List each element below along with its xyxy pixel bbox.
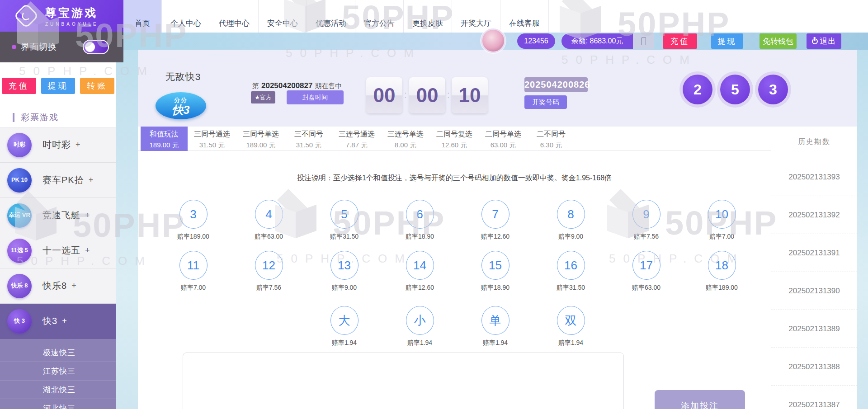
ball-circle: 13 <box>330 251 359 280</box>
bet-option-4[interactable]: 4 赔率63.00 <box>231 200 307 241</box>
submenu-item-jisu-kuai3[interactable]: 极速快三 <box>0 343 116 362</box>
bet-option-14[interactable]: 14 赔率12.60 <box>382 251 458 292</box>
nav-home[interactable]: 首页 <box>123 0 162 33</box>
bet-option-big[interactable]: 大 赔率1.94 <box>307 306 382 347</box>
nav-customer-service[interactable]: 在线客服 <box>500 0 549 33</box>
odds-label: 赔率63.00 <box>255 233 283 241</box>
balance-refresh-button[interactable] <box>633 33 654 49</box>
issue-prefix: 第 <box>252 82 259 89</box>
bet-option-17[interactable]: 17 赔率63.00 <box>609 251 684 292</box>
ball-circle: 双 <box>557 306 585 335</box>
tab-ertonghao-fuxuan[interactable]: 二同号复选 12.60 元 <box>430 127 479 151</box>
tab-name: 二同号单选 <box>485 130 521 139</box>
transfer-button[interactable]: 转账 <box>80 78 114 94</box>
bet-option-16[interactable]: 16 赔率31.50 <box>533 251 609 292</box>
submenu-item-hebei-kuai3[interactable]: 河北快三 <box>0 399 116 409</box>
tab-sanbutonghao[interactable]: 三不同号 31.50 元 <box>285 127 332 151</box>
odds-prefix: 赔率 <box>406 284 418 291</box>
brand-logo-icon <box>14 3 39 29</box>
bet-option-8[interactable]: 8 赔率9.00 <box>533 200 609 241</box>
odds-prefix: 赔率 <box>177 233 190 240</box>
odds-label: 赔率189.00 <box>706 284 738 292</box>
ball-number: 3 <box>190 207 196 221</box>
free-wallet-button[interactable]: 免转钱包 <box>760 33 797 49</box>
bet-option-18[interactable]: 18 赔率189.00 <box>684 251 760 292</box>
tab-santonghao-danxuan[interactable]: 三同号单选 189.00 元 <box>236 127 285 151</box>
plus-icon: + <box>85 211 90 220</box>
sidebar-item-feiting[interactable]: 幸运 VR 竞速飞艇 + <box>0 198 116 233</box>
nav-draw-hall[interactable]: 开奖大厅 <box>452 0 500 33</box>
ball-number: 16 <box>564 259 577 273</box>
plus-icon: + <box>89 175 94 185</box>
draw-number: 2 <box>683 75 712 104</box>
tab-santonghao-tongxuan[interactable]: 三同号通选 31.50 元 <box>188 127 236 151</box>
sidebar-item-shishicai[interactable]: 时彩 时时彩 + <box>0 127 116 163</box>
odds-value: 7.56 <box>269 284 281 291</box>
plus-icon: + <box>75 140 80 150</box>
recharge-button[interactable]: 充值 <box>2 78 36 94</box>
bet-option-odd[interactable]: 单 赔率1.94 <box>458 306 533 347</box>
bet-option-5[interactable]: 5 赔率31.50 <box>307 200 382 241</box>
ball-number: 大 <box>339 313 350 329</box>
sidebar-item-pk10[interactable]: PK 10 赛车PK拾 + <box>0 163 116 198</box>
nav-security-center[interactable]: 安全中心 <box>259 0 307 33</box>
countdown-separator: : <box>404 89 407 100</box>
ball-number: 15 <box>489 259 502 273</box>
close-time-button[interactable]: 封盘时间 <box>287 90 344 104</box>
odds-value: 1.94 <box>420 339 432 346</box>
avatar[interactable] <box>481 28 505 53</box>
section-title-label: 彩票游戏 <box>21 112 59 123</box>
bet-option-10[interactable]: 10 赔率7.00 <box>684 200 760 241</box>
bet-option-11[interactable]: 11 赔率7.00 <box>156 251 231 292</box>
sidebar-item-kuai3[interactable]: 快 3 快3 + <box>0 304 116 339</box>
topbar-withdraw-button[interactable]: 提现 <box>711 33 743 49</box>
sidebar-item-11x5[interactable]: 11选 5 十一选五 + <box>0 233 116 268</box>
interface-toggle-switch[interactable] <box>83 40 109 54</box>
odds-label: 赔率189.00 <box>177 233 209 241</box>
topbar-recharge-button[interactable]: 充值 <box>663 33 697 49</box>
odds-value: 9.00 <box>571 233 583 240</box>
withdraw-label: 提现 <box>718 36 737 47</box>
nav-promotions[interactable]: 优惠活动 <box>307 0 355 33</box>
withdraw-button[interactable]: 提现 <box>41 78 75 94</box>
ball-circle: 15 <box>481 251 509 280</box>
nav-change-skin[interactable]: 更换皮肤 <box>404 0 452 33</box>
sidebar-item-kuaile8[interactable]: 快乐 8 快乐8 + <box>0 268 116 304</box>
odds-value: 12.60 <box>494 233 509 240</box>
bet-option-15[interactable]: 15 赔率18.90 <box>458 251 533 292</box>
bet-option-6[interactable]: 6 赔率18.90 <box>382 200 458 241</box>
game-title: 无敌快3 <box>156 71 210 83</box>
odds-label: 赔率12.60 <box>406 284 434 292</box>
logout-button[interactable]: 退出 <box>807 33 841 49</box>
nav-personal-center[interactable]: 个人中心 <box>162 0 210 33</box>
tab-erbutonghao[interactable]: 二不同号 6.30 元 <box>528 127 575 151</box>
add-bet-button[interactable]: 添加投注 <box>655 390 745 409</box>
bet-option-12[interactable]: 12 赔率7.56 <box>231 251 307 292</box>
bet-option-9[interactable]: 9 赔率7.56 <box>609 200 684 241</box>
bet-option-7[interactable]: 7 赔率12.60 <box>458 200 533 241</box>
draw-numbers-button[interactable]: 开奖号码 <box>524 95 567 109</box>
tab-sanlianhao-danxuan[interactable]: 三连号单选 8.00 元 <box>381 127 430 151</box>
shishicai-icon: 时彩 <box>7 133 32 157</box>
bet-option-even[interactable]: 双 赔率1.94 <box>533 306 609 347</box>
odds-label: 赔率12.60 <box>481 233 509 241</box>
plus-icon: + <box>85 246 90 255</box>
ball-number: 6 <box>416 207 423 221</box>
bet-option-3[interactable]: 3 赔率189.00 <box>156 200 231 241</box>
submenu-item-jiangsu-kuai3[interactable]: 江苏快三 <box>0 362 116 381</box>
tab-ertonghao-danxuan[interactable]: 二同号单选 63.00 元 <box>479 127 528 151</box>
countdown-separator: : <box>447 89 450 100</box>
odds-label: 赔率9.00 <box>558 233 583 241</box>
bet-option-small[interactable]: 小 赔率1.94 <box>382 306 458 347</box>
odds-value: 63.00 <box>267 233 283 240</box>
tab-sanlianhao-tongxuan[interactable]: 三连号通选 7.87 元 <box>332 127 381 151</box>
submenu-item-hubei-kuai3[interactable]: 湖北快三 <box>0 381 116 399</box>
nav-announcements[interactable]: 官方公告 <box>355 0 404 33</box>
odds-label: 赔率9.00 <box>332 284 357 292</box>
bet-option-13[interactable]: 13 赔率9.00 <box>307 251 382 292</box>
tab-hezhi[interactable]: 和值玩法 189.00 元 <box>141 127 188 151</box>
nav-agent-center[interactable]: 代理中心 <box>210 0 259 33</box>
tab-name: 三连号通选 <box>339 130 375 139</box>
kuaile8-icon: 快乐 8 <box>7 274 32 298</box>
odds-value: 1.94 <box>344 339 357 346</box>
